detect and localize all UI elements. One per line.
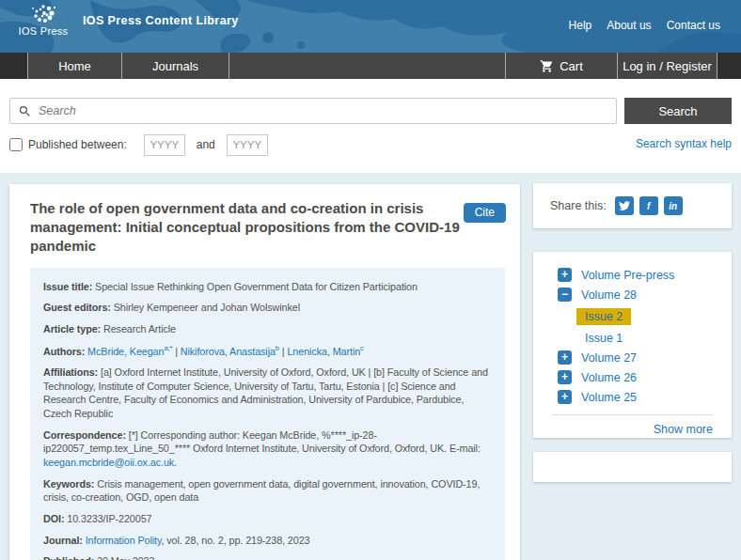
published-between-row: Published between: and — [9, 133, 268, 156]
empty-sidebar-card — [533, 452, 732, 482]
authors-separator: | — [282, 345, 285, 356]
published-between-checkbox[interactable] — [9, 138, 23, 151]
facebook-icon[interactable]: f — [639, 196, 658, 215]
divider — [552, 414, 713, 415]
search-input[interactable] — [9, 98, 617, 124]
author-affiliation-sup: b — [276, 344, 279, 352]
nav-right-cap — [717, 53, 741, 79]
article-title: The role of open government data and co-… — [30, 199, 470, 256]
published-label: Published: — [43, 555, 94, 560]
cite-button[interactable]: Cite — [464, 203, 506, 223]
issue-title-value: Special Issue Rethinking Open Government… — [95, 281, 418, 292]
keywords-value: Crisis management, open government data,… — [43, 478, 480, 504]
guest-editors-value: Shirley Kempeneer and Johan Wolswinkel — [114, 302, 300, 313]
affiliations-value: [a] Oxford Internet Institute, Universit… — [43, 366, 488, 419]
nav-item-cart[interactable]: Cart — [505, 53, 617, 79]
logo-text: IOS Press — [9, 25, 77, 37]
search-button[interactable]: Search — [624, 98, 732, 124]
issue-title-label: Issue title: — [43, 281, 92, 292]
expand-plus-icon[interactable]: + — [558, 350, 572, 365]
volume-row: + Volume 27 — [558, 350, 713, 365]
journal-citation: , vol. 28, no. 2, pp. 219-238, 2023 — [162, 535, 310, 546]
doi-value: 10.3233/IP-220057 — [67, 513, 151, 524]
issue-2-link-selected[interactable]: Issue 2 — [576, 308, 631, 325]
volume-prepress-link[interactable]: Volume Pre-press — [581, 269, 674, 282]
journal-row: Journal: Information Polity, vol. 28, no… — [43, 534, 492, 548]
page: IOS Press IOS Press Content Library Help… — [0, 0, 741, 560]
help-link[interactable]: Help — [569, 19, 592, 32]
volume-row: + Volume 25 — [558, 390, 713, 404]
ios-press-logo[interactable]: IOS Press — [9, 2, 77, 37]
volume-row: + Volume 26 — [558, 370, 713, 384]
guest-editors-label: Guest editors: — [43, 302, 111, 313]
article-details-box: Issue title: Special Issue Rethinking Op… — [30, 268, 505, 560]
article-type-row: Article type: Research Article — [43, 322, 492, 336]
volume-27-link[interactable]: Volume 27 — [581, 351, 637, 365]
published-between-label: Published between: — [28, 138, 127, 151]
volume-row: + Volume Pre-press — [558, 268, 713, 282]
collapse-minus-icon[interactable]: − — [558, 288, 572, 302]
issue-1-link[interactable]: Issue 1 — [576, 330, 631, 347]
guest-editors-row: Guest editors: Shirley Kempeneer and Joh… — [43, 301, 492, 315]
twitter-icon[interactable] — [615, 196, 634, 215]
author-link[interactable]: Nikiforova, Anastasija — [181, 345, 276, 356]
author-link[interactable]: McBride, Keegan — [87, 345, 164, 356]
correspondence-label: Correspondence: — [43, 429, 126, 441]
article-type-label: Article type: — [43, 323, 101, 334]
affiliations-row: Affiliations: [a] Oxford Internet Instit… — [43, 366, 492, 421]
issue-title-row: Issue title: Special Issue Rethinking Op… — [43, 280, 492, 294]
authors-label: Authors: — [43, 345, 85, 356]
nav-item-journals[interactable]: Journals — [122, 53, 229, 79]
nav-spacer — [229, 53, 505, 79]
about-us-link[interactable]: About us — [607, 19, 651, 32]
nav-item-home[interactable]: Home — [27, 53, 122, 79]
keywords-row: Keywords: Crisis management, open govern… — [43, 477, 492, 505]
search-icon — [18, 104, 32, 118]
article-card: The role of open government data and co-… — [9, 184, 520, 560]
share-this-label: Share this: — [550, 199, 607, 212]
main-area: The role of open government data and co-… — [0, 173, 741, 560]
linkedin-icon[interactable]: in — [664, 196, 683, 215]
affiliations-label: Affiliations: — [43, 366, 98, 378]
show-more-link[interactable]: Show more — [558, 423, 713, 436]
volume-26-link[interactable]: Volume 26 — [581, 371, 637, 384]
cart-label: Cart — [560, 54, 583, 79]
year-from-input[interactable] — [144, 134, 185, 156]
author-link[interactable]: Lnenicka, Martin — [287, 345, 360, 356]
keywords-label: Keywords: — [43, 478, 94, 490]
journal-link[interactable]: Information Polity — [86, 535, 162, 546]
share-icons: f in — [615, 196, 683, 215]
search-section: Search Published between: and Search syn… — [0, 79, 741, 173]
site-title: IOS Press Content Library — [83, 14, 239, 27]
published-value: 30 May 2023 — [97, 555, 154, 560]
site-header: IOS Press IOS Press Content Library Help… — [0, 0, 741, 53]
authors-row: Authors: McBride, Keegana;* | Nikiforova… — [43, 344, 492, 358]
expand-plus-icon[interactable]: + — [558, 370, 572, 384]
share-card: Share this: f in — [533, 183, 732, 228]
expand-plus-icon[interactable]: + — [558, 390, 572, 404]
doi-row: DOI: 10.3233/IP-220057 — [43, 512, 492, 526]
article-type-value: Research Article — [103, 323, 176, 334]
header-links: Help About us Contact us — [569, 19, 720, 32]
published-row: Published: 30 May 2023 — [43, 554, 492, 560]
and-label: and — [197, 138, 215, 151]
author-affiliation-sup: c — [360, 344, 364, 352]
issue-row: Issue 2 — [576, 307, 713, 325]
volumes-card: + Volume Pre-press − Volume 28 Issue 2 I… — [533, 252, 732, 438]
contact-us-link[interactable]: Contact us — [667, 19, 720, 32]
year-to-input[interactable] — [227, 134, 268, 156]
issue-row: Issue 1 — [576, 329, 713, 347]
search-input-wrap — [9, 98, 617, 124]
volume-28-link[interactable]: Volume 28 — [581, 288, 637, 302]
search-syntax-help-link[interactable]: Search syntax help — [636, 137, 732, 150]
correspondence-suffix: . — [174, 457, 177, 468]
correspondence-email-link[interactable]: keegan.mcbride@oii.ox.ac.uk — [43, 457, 174, 468]
cart-icon — [540, 59, 554, 73]
author-affiliation-sup: a;* — [164, 344, 172, 352]
expand-plus-icon[interactable]: + — [558, 268, 572, 282]
nav-left-cap — [0, 53, 27, 79]
doi-label: DOI: — [43, 513, 64, 524]
nav-item-login-register[interactable]: Log in / Register — [617, 53, 717, 79]
volume-25-link[interactable]: Volume 25 — [581, 391, 637, 404]
authors-separator: | — [175, 345, 178, 356]
